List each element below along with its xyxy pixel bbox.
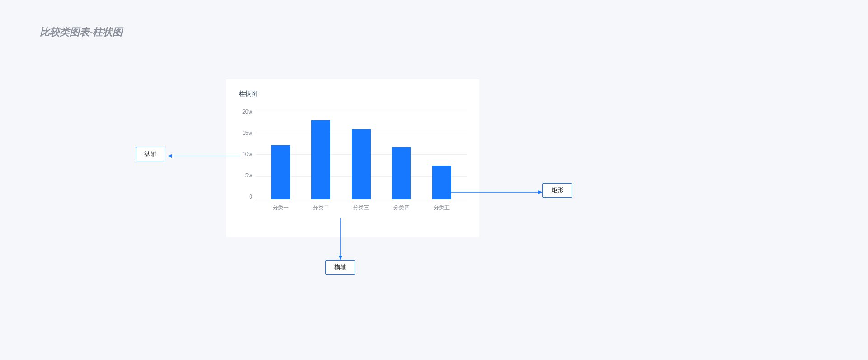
page-title: 比较类图表-柱状图 [40,25,123,39]
chart-area: 20w 15w 10w 5w 0 分类一分类二分类三分类四分类五 [239,109,467,218]
svg-marker-1 [167,154,172,158]
x-tick-label: 分类二 [311,204,330,212]
chart-title: 柱状图 [239,90,467,98]
annotation-y-axis: 纵轴 [136,147,165,161]
y-tick: 5w [245,173,252,178]
bars-container [256,109,467,199]
annotation-bar: 矩形 [542,183,572,198]
y-tick: 15w [242,130,252,136]
svg-marker-3 [538,190,542,194]
bar [352,129,371,199]
y-axis: 20w 15w 10w 5w 0 [239,109,256,199]
arrow-y-axis [167,154,240,158]
x-tick-label: 分类一 [271,204,290,212]
plot-wrapper: 分类一分类二分类三分类四分类五 [256,109,467,218]
bar [311,120,330,199]
arrow-x-axis [338,218,343,260]
x-tick-label: 分类四 [392,204,411,212]
chart-card: 柱状图 20w 15w 10w 5w 0 分类一分类二分类三分类四分类五 [226,79,479,237]
arrow-bar [445,190,542,194]
y-tick: 0 [249,194,252,199]
y-tick: 20w [242,109,252,114]
bar [392,147,411,199]
x-axis-labels: 分类一分类二分类三分类四分类五 [256,204,467,212]
x-tick-label: 分类三 [352,204,371,212]
svg-marker-5 [339,256,342,260]
annotation-x-axis: 横轴 [326,260,355,275]
y-tick: 10w [242,152,252,157]
x-tick-label: 分类五 [432,204,451,212]
bar [271,145,290,199]
